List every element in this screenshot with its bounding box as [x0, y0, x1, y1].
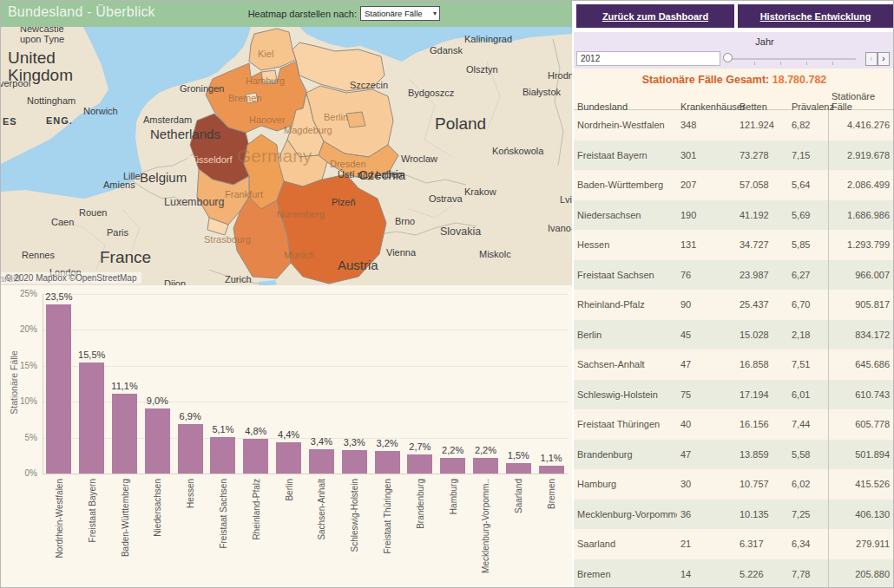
page-title: Bundesland - Überblick [8, 4, 155, 20]
table-cell: Freistaat Thüringen [574, 409, 677, 440]
table-cell: 5,64 [788, 170, 828, 200]
back-to-dashboard-button[interactable]: Zurück zum Dashboard [576, 4, 734, 28]
axis-line [43, 474, 568, 474]
table-cell: Saarland [574, 529, 677, 559]
year-slider-track[interactable] [728, 58, 856, 60]
table-cell: 834.172 [828, 320, 894, 350]
table-row[interactable]: Baden-Württemberg20757.0585,642.086.499 [574, 170, 894, 200]
table-cell: 190 [677, 200, 736, 231]
table-row[interactable]: Saarland216.3176,34279.911 [574, 529, 894, 559]
heatmap-dropdown-label: Heatmap darstellen nach: [248, 9, 357, 19]
table-cell: 47 [677, 440, 736, 470]
table-cell: 966.007 [828, 260, 894, 291]
table-cell: 7,15 [788, 140, 828, 171]
bar-Sachsen-Anhalt[interactable] [309, 449, 334, 474]
bar-Brandenburg[interactable] [407, 454, 432, 474]
table-cell: 131 [677, 230, 736, 260]
table-cell: Berlin [574, 320, 677, 350]
historic-development-button[interactable]: Historische Entwicklung [738, 4, 893, 28]
table-cell: 5,69 [788, 200, 828, 231]
year-prev-button[interactable]: ‹ [865, 52, 878, 66]
bar-Mecklenburg-Vorpomm..[interactable] [473, 458, 498, 474]
bar-Baden-Württemberg[interactable] [112, 394, 137, 474]
map-label: Szczecin [350, 81, 388, 91]
x-axis-label: Schleswig-Holstein [349, 479, 360, 583]
table-cell: 2.919.678 [828, 140, 894, 171]
bar-Hessen[interactable] [178, 424, 203, 474]
table-row[interactable]: Schleswig-Holstein7517.1946,01610.743 [574, 380, 894, 410]
heatmap-dropdown[interactable]: Stationäre Fälle [360, 6, 440, 21]
dashboard: Bundesland - Überblick Heatmap darstelle… [0, 0, 894, 588]
table-cell: 2,18 [788, 320, 828, 350]
table-row[interactable]: Niedersachsen19041.1925,691.686.986 [574, 200, 894, 231]
year-slider-knob[interactable] [723, 53, 733, 62]
table-cell: 7,51 [788, 350, 828, 380]
map-label: Dijon [164, 279, 186, 285]
total-value: 18.780.782 [772, 74, 827, 86]
map-label: Düsseldorf [187, 155, 233, 166]
map-label: Czechia [358, 168, 405, 182]
bar-Berlin[interactable] [276, 442, 301, 474]
table-cell: 34.727 [736, 230, 788, 260]
table-cell: 5.226 [736, 559, 788, 588]
germany-heatmap: Newcastle upon TyneUnited Kingdomverpool… [1, 27, 572, 285]
table-row[interactable]: Berlin4515.0282,18834.172 [574, 320, 894, 350]
map-label: Caen [51, 218, 74, 228]
bar-Niedersachsen[interactable] [145, 408, 170, 474]
x-axis-label: Freistaat Sachsen [218, 479, 229, 583]
table-cell: 415.526 [828, 469, 894, 500]
map-label: Munich [284, 251, 314, 261]
table-cell: Freistaat Sachsen [574, 260, 677, 291]
map-label: Hrodna [548, 71, 572, 82]
table-row[interactable]: Brandenburg4713.8595,58501.894 [574, 440, 894, 470]
map-label: Austria [338, 258, 378, 272]
table-cell: 905.817 [828, 290, 894, 320]
bar-Freistaat Bayern[interactable] [79, 363, 104, 474]
bar-Saarland[interactable] [506, 463, 531, 474]
bar-Nordrhein-Westfalen[interactable] [46, 304, 71, 474]
table-cell: 13.859 [736, 440, 788, 470]
table-cell: Schleswig-Holstein [574, 380, 677, 410]
map-label: Nottingham [27, 96, 76, 107]
year-input[interactable] [576, 51, 720, 66]
table-row[interactable]: Mecklenburg-Vorpommern3610.1357,25406.13… [574, 500, 894, 530]
table-cell: 76 [677, 260, 736, 291]
map-label: Groningen [180, 84, 224, 95]
table-row[interactable]: Freistaat Thüringen4016.1567,44605.778 [574, 409, 894, 440]
table-row[interactable]: Nordrhein-Westfalen348121.9246,824.416.2… [574, 110, 894, 140]
table-cell: 15.028 [736, 320, 788, 350]
map-attribution[interactable]: © 2020 Mapbox ©OpenStreetMap [1, 272, 141, 284]
table-row[interactable]: Rheinland-Pfalz9025.4376,70905.817 [574, 290, 894, 320]
map-label: ES [3, 117, 17, 127]
map-label: Germany [237, 147, 312, 166]
map-label: Kiel [258, 49, 273, 60]
bar-Rheinland-Pfalz[interactable] [243, 439, 268, 474]
table-cell: 7,44 [788, 409, 828, 440]
bar-Schleswig-Holstein[interactable] [342, 450, 367, 474]
table-cell: 645.686 [828, 350, 894, 380]
table-row[interactable]: Freistaat Sachsen7623.9876,27966.007 [574, 260, 894, 291]
table-cell: 75 [677, 380, 736, 410]
map-label: Brno [395, 217, 415, 227]
table-cell: 121.924 [736, 110, 788, 140]
table-row[interactable]: Hamburg3010.7576,02415.526 [574, 469, 894, 500]
bar-Hamburg[interactable] [440, 458, 465, 474]
table-row[interactable]: Freistaat Bayern30173.2787,152.919.678 [574, 140, 894, 171]
map-label: Gdansk [430, 46, 463, 56]
bar-Freistaat Sachsen[interactable] [210, 437, 235, 474]
table-cell: 21 [677, 529, 736, 559]
table-cell: 30 [677, 469, 736, 500]
table-row[interactable]: Sachsen-Anhalt4716.8587,51645.686 [574, 350, 894, 380]
bar-Freistaat Thüringen[interactable] [375, 451, 400, 474]
x-axis-label: Rheinland-Pfalz [251, 479, 262, 583]
total-line: Stationäre Fälle Gesamt: 18.780.782 [574, 74, 894, 86]
table-row[interactable]: Bremen145.2267,78205.880 [574, 559, 894, 588]
table-cell: Bremen [574, 559, 677, 588]
axis-line [43, 294, 43, 474]
table-row[interactable]: Hessen13134.7275,851.293.799 [574, 230, 894, 260]
table-cell: 45 [677, 320, 736, 350]
bar-Bremen[interactable] [539, 466, 564, 474]
table-cell: 10.135 [736, 500, 788, 530]
year-next-button[interactable]: › [878, 52, 890, 66]
bar-value-label: 1,1% [530, 453, 572, 463]
